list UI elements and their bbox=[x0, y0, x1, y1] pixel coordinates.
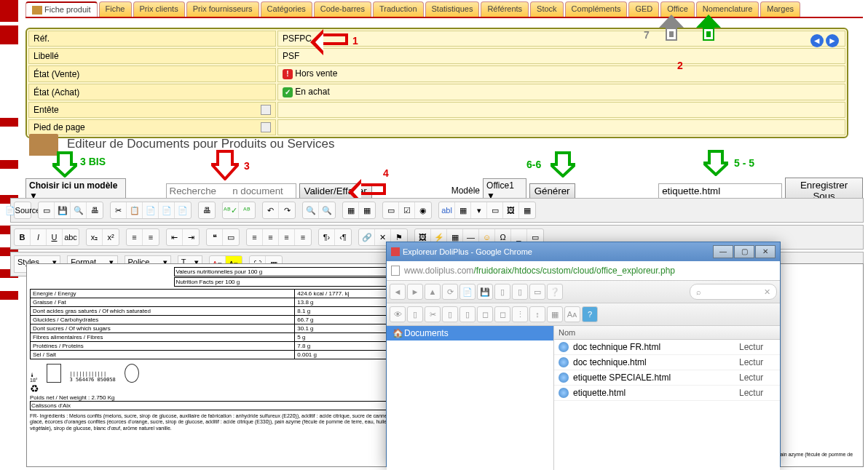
tab-marges[interactable]: Marges bbox=[760, 1, 800, 17]
cut-button[interactable]: ✂ bbox=[425, 306, 441, 322]
forward-button[interactable]: ► bbox=[407, 284, 423, 300]
address-bar[interactable]: www.doliplus.com/fruidoraix/htdocs/custo… bbox=[387, 261, 780, 281]
paste-button[interactable]: 📄 bbox=[143, 202, 159, 218]
tools-button[interactable]: Aᴀ bbox=[564, 306, 580, 322]
tree-root[interactable]: 🏠Documents bbox=[387, 326, 553, 340]
undo-button[interactable]: ↶ bbox=[263, 202, 279, 218]
outdent-button[interactable]: ⇤ bbox=[167, 229, 183, 245]
back-button[interactable]: ◄ bbox=[390, 284, 406, 300]
col-name[interactable]: Nom bbox=[559, 328, 739, 337]
align-center-button[interactable]: ≡ bbox=[263, 229, 279, 245]
replace-button[interactable]: 🔍 bbox=[319, 202, 335, 218]
numlist-button[interactable]: ≡ bbox=[127, 229, 143, 245]
view-mode-button[interactable]: ▦ bbox=[547, 306, 563, 322]
tab-fiche-produit[interactable]: Fiche produit bbox=[25, 1, 98, 17]
search-document-input[interactable] bbox=[166, 183, 296, 199]
document-preview[interactable]: Valeurs nutritionnelles pour 100 g Nutri… bbox=[26, 263, 412, 467]
tab-code-barres[interactable]: Code-barres bbox=[314, 1, 371, 17]
spellcheck-button[interactable]: ᴬᴮ✓ bbox=[223, 202, 239, 218]
info-button[interactable]: ❔ bbox=[547, 284, 563, 300]
help-button[interactable]: ? bbox=[582, 306, 598, 322]
maximize-button[interactable]: ▢ bbox=[734, 245, 754, 258]
checkbox-button[interactable]: ☑ bbox=[399, 202, 415, 218]
link-button[interactable]: 🔗 bbox=[359, 229, 375, 245]
select-button[interactable]: ◻ bbox=[477, 306, 493, 322]
sort-button[interactable]: ↕ bbox=[529, 306, 545, 322]
edit-icon[interactable] bbox=[261, 105, 271, 115]
textarea-button[interactable]: ▦ bbox=[455, 202, 471, 218]
tab-referents[interactable]: Référents bbox=[481, 1, 529, 17]
tab-prix-fournisseurs[interactable]: Prix fournisseurs bbox=[186, 1, 259, 17]
save-button[interactable]: 💾 bbox=[55, 202, 71, 218]
delete-button[interactable]: ◻ bbox=[494, 306, 510, 322]
minimize-button[interactable]: — bbox=[713, 245, 733, 258]
select-button[interactable]: ▭ bbox=[529, 284, 545, 300]
select-all-button[interactable]: ▦ bbox=[343, 202, 359, 218]
copy-button[interactable]: ▯ bbox=[494, 284, 510, 300]
file-row[interactable]: etiquette SPECIALE.htmlLectur bbox=[554, 370, 780, 386]
radio-button[interactable]: ◉ bbox=[415, 202, 431, 218]
tab-ged[interactable]: GED bbox=[628, 1, 659, 17]
up-button[interactable]: ▲ bbox=[425, 284, 441, 300]
align-left-button[interactable]: ≡ bbox=[247, 229, 263, 245]
paste-button[interactable]: ▯ bbox=[512, 284, 528, 300]
reload-button[interactable]: ⟳ bbox=[442, 284, 458, 300]
div-button[interactable]: ▭ bbox=[223, 229, 239, 245]
file-row[interactable]: etiquette.htmlLectur bbox=[554, 386, 780, 401]
source-button[interactable]: 📄 Source bbox=[15, 202, 31, 218]
close-button[interactable]: ✕ bbox=[755, 245, 776, 258]
generate-button[interactable]: Générer bbox=[529, 183, 575, 199]
print-button[interactable]: 🖶 bbox=[87, 202, 103, 218]
bold-button[interactable]: B bbox=[15, 229, 31, 245]
paste-word-button[interactable]: 📄 bbox=[175, 202, 191, 218]
tab-traduction[interactable]: Traduction bbox=[373, 1, 424, 17]
filename-input[interactable] bbox=[658, 183, 782, 199]
find-button[interactable]: 🔍 bbox=[303, 202, 319, 218]
tab-fiche[interactable]: Fiche bbox=[99, 1, 132, 17]
tab-categories[interactable]: Catégories bbox=[261, 1, 312, 17]
textfield-button[interactable]: abl bbox=[439, 202, 455, 218]
cut-button[interactable]: ✂ bbox=[111, 202, 127, 218]
copy-button[interactable]: 📋 bbox=[127, 202, 143, 218]
align-right-button[interactable]: ≡ bbox=[279, 229, 295, 245]
superscript-button[interactable]: x² bbox=[103, 229, 119, 245]
subscript-button[interactable]: x₂ bbox=[87, 229, 103, 245]
print-button[interactable]: 🖶 bbox=[199, 202, 215, 218]
clear-format-button[interactable]: ▦ bbox=[359, 202, 375, 218]
edit-icon[interactable] bbox=[261, 122, 271, 132]
file-row[interactable]: doc technique.htmlLectur bbox=[554, 355, 780, 370]
rename-button[interactable]: ⋮ bbox=[512, 306, 528, 322]
paste-text-button[interactable]: 📄 bbox=[159, 202, 175, 218]
save-button[interactable]: 💾 bbox=[477, 284, 493, 300]
select-button[interactable]: ▾ bbox=[471, 202, 487, 218]
tab-prix-clients[interactable]: Prix clients bbox=[133, 1, 185, 17]
italic-button[interactable]: I bbox=[31, 229, 47, 245]
file-row[interactable]: doc technique FR.htmlLectur bbox=[554, 340, 780, 355]
bullist-button[interactable]: ≡ bbox=[143, 229, 159, 245]
ltr-button[interactable]: ¶› bbox=[319, 229, 335, 245]
rtl-button[interactable]: ‹¶ bbox=[335, 229, 351, 245]
redo-button[interactable]: ↷ bbox=[279, 202, 295, 218]
preview-button[interactable]: 🔍 bbox=[71, 202, 87, 218]
new-file-button[interactable]: 📄 bbox=[459, 284, 476, 300]
hidden-button[interactable]: ▦ bbox=[519, 202, 535, 218]
strike-button[interactable]: abc bbox=[63, 229, 79, 245]
spellcheck-button[interactable]: ᴬᴮ bbox=[239, 202, 255, 218]
tab-complements[interactable]: Compléments bbox=[565, 1, 628, 17]
view-button[interactable]: 👁 bbox=[390, 306, 406, 322]
tab-stock[interactable]: Stock bbox=[530, 1, 564, 17]
window-titlebar[interactable]: Exploreur DoliPlus - Google Chrome — ▢ ✕ bbox=[387, 242, 780, 261]
form-button[interactable]: ▭ bbox=[383, 202, 399, 218]
imagebutton-button[interactable]: 🖼 bbox=[503, 202, 519, 218]
blockquote-button[interactable]: ❝ bbox=[207, 229, 223, 245]
underline-button[interactable]: U bbox=[47, 229, 63, 245]
copy-button[interactable]: ▯ bbox=[442, 306, 458, 322]
next-product-button[interactable]: ► bbox=[826, 34, 839, 47]
new-button[interactable]: ▭ bbox=[39, 202, 55, 218]
indent-button[interactable]: ⇥ bbox=[183, 229, 199, 245]
open-button[interactable]: ▯ bbox=[407, 306, 423, 322]
button-button[interactable]: ▭ bbox=[487, 202, 503, 218]
paste-button[interactable]: ▯ bbox=[459, 306, 476, 322]
justify-button[interactable]: ≡ bbox=[295, 229, 311, 245]
search-input[interactable]: ⌕✕ bbox=[690, 284, 777, 300]
